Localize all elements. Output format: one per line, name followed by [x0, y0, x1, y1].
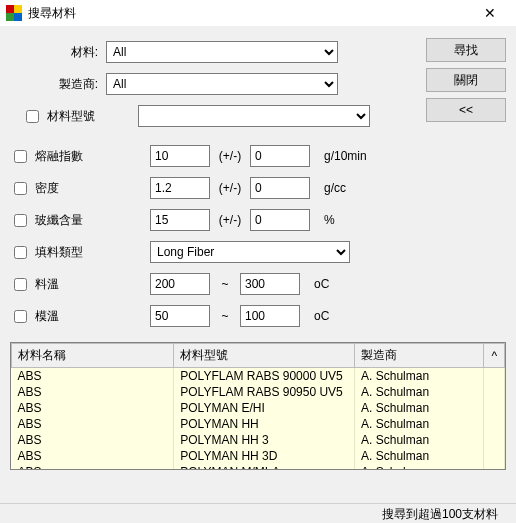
- results-table-scroll[interactable]: 材料名稱 材料型號 製造商 ^ ABSPOLYFLAM RABS 90000 U…: [11, 343, 505, 469]
- density-pm-input[interactable]: [250, 177, 310, 199]
- button-column: 尋找 關閉 <<: [426, 38, 506, 134]
- col-model[interactable]: 材料型號: [174, 344, 355, 368]
- cell-mfr: A. Schulman: [355, 464, 484, 469]
- mold-temp-label: 模溫: [35, 308, 59, 325]
- model-checkbox[interactable]: [26, 110, 39, 123]
- cell-mfr: A. Schulman: [355, 400, 484, 416]
- glass-content-unit: %: [324, 213, 335, 227]
- titlebar: 搜尋材料 ✕: [0, 0, 516, 26]
- close-icon[interactable]: ✕: [470, 5, 510, 21]
- glass-content-checkbox[interactable]: [14, 214, 27, 227]
- pm-label-3: (+/-): [210, 213, 250, 227]
- melt-index-pm-input[interactable]: [250, 145, 310, 167]
- table-row[interactable]: ABSPOLYMAN HH 3A. Schulman: [12, 432, 505, 448]
- pm-label: (+/-): [210, 149, 250, 163]
- model-select[interactable]: [138, 105, 370, 127]
- filler-type-checkbox[interactable]: [14, 246, 27, 259]
- cell-empty: [484, 416, 505, 432]
- results-table-wrap: 材料名稱 材料型號 製造商 ^ ABSPOLYFLAM RABS 90000 U…: [10, 342, 506, 470]
- density-checkbox[interactable]: [14, 182, 27, 195]
- melt-index-checkbox[interactable]: [14, 150, 27, 163]
- svg-rect-0: [6, 5, 14, 13]
- cell-empty: [484, 432, 505, 448]
- svg-rect-3: [14, 5, 22, 13]
- cell-model: POLYMAN M/MI-A: [174, 464, 355, 469]
- tilde-1: ~: [210, 277, 240, 291]
- status-text: 搜尋到超過100支材料: [382, 507, 498, 521]
- table-row[interactable]: ABSPOLYMAN M/MI-AA. Schulman: [12, 464, 505, 469]
- mold-temp-checkbox[interactable]: [14, 310, 27, 323]
- melt-temp-lo-input[interactable]: [150, 273, 210, 295]
- glass-content-label: 玻纖含量: [35, 212, 83, 229]
- cell-empty: [484, 464, 505, 469]
- cell-model: POLYFLAM RABS 90950 UV5: [174, 384, 355, 400]
- col-name[interactable]: 材料名稱: [12, 344, 174, 368]
- mold-temp-lo-input[interactable]: [150, 305, 210, 327]
- cell-model: POLYMAN E/HI: [174, 400, 355, 416]
- cell-empty: [484, 384, 505, 400]
- svg-rect-2: [6, 13, 14, 21]
- melt-temp-unit: oC: [314, 277, 329, 291]
- mold-temp-unit: oC: [314, 309, 329, 323]
- cell-name: ABS: [12, 464, 174, 469]
- table-row[interactable]: ABSPOLYFLAM RABS 90950 UV5A. Schulman: [12, 384, 505, 400]
- manufacturer-select[interactable]: All: [106, 73, 338, 95]
- filler-type-label: 填料類型: [35, 244, 83, 261]
- table-row[interactable]: ABSPOLYMAN E/HIA. Schulman: [12, 400, 505, 416]
- table-header-row: 材料名稱 材料型號 製造商 ^: [12, 344, 505, 368]
- cell-name: ABS: [12, 448, 174, 464]
- density-input[interactable]: [150, 177, 210, 199]
- cell-mfr: A. Schulman: [355, 384, 484, 400]
- cell-name: ABS: [12, 432, 174, 448]
- app-icon: [6, 5, 22, 21]
- cell-mfr: A. Schulman: [355, 448, 484, 464]
- melt-index-unit: g/10min: [324, 149, 367, 163]
- density-label: 密度: [35, 180, 59, 197]
- cell-mfr: A. Schulman: [355, 432, 484, 448]
- cell-model: POLYMAN HH 3: [174, 432, 355, 448]
- melt-temp-label: 料溫: [35, 276, 59, 293]
- density-unit: g/cc: [324, 181, 346, 195]
- melt-index-input[interactable]: [150, 145, 210, 167]
- material-select[interactable]: All: [106, 41, 338, 63]
- model-label: 材料型號: [47, 108, 95, 125]
- cell-name: ABS: [12, 384, 174, 400]
- col-up-arrow[interactable]: ^: [484, 344, 505, 368]
- cell-empty: [484, 448, 505, 464]
- cell-mfr: A. Schulman: [355, 416, 484, 432]
- glass-content-pm-input[interactable]: [250, 209, 310, 231]
- material-label: 材料:: [10, 44, 106, 61]
- table-body: ABSPOLYFLAM RABS 90000 UV5A. SchulmanABS…: [12, 368, 505, 470]
- content-area: 材料: All 製造商: All 材料型號: [0, 26, 516, 503]
- cell-name: ABS: [12, 368, 174, 385]
- melt-temp-hi-input[interactable]: [240, 273, 300, 295]
- cell-empty: [484, 368, 505, 385]
- cell-empty: [484, 400, 505, 416]
- melt-temp-checkbox[interactable]: [14, 278, 27, 291]
- table-row[interactable]: ABSPOLYMAN HHA. Schulman: [12, 416, 505, 432]
- cell-model: POLYMAN HH 3D: [174, 448, 355, 464]
- status-bar: 搜尋到超過100支材料: [0, 503, 516, 523]
- cell-mfr: A. Schulman: [355, 368, 484, 385]
- cell-name: ABS: [12, 400, 174, 416]
- close-button[interactable]: 關閉: [426, 68, 506, 92]
- window-title: 搜尋材料: [28, 5, 470, 22]
- search-material-window: 搜尋材料 ✕ 材料: All 製造商: All: [0, 0, 516, 523]
- tilde-2: ~: [210, 309, 240, 323]
- filler-type-select[interactable]: Long Fiber: [150, 241, 350, 263]
- glass-content-input[interactable]: [150, 209, 210, 231]
- table-row[interactable]: ABSPOLYMAN HH 3DA. Schulman: [12, 448, 505, 464]
- melt-index-label: 熔融指數: [35, 148, 83, 165]
- cell-model: POLYFLAM RABS 90000 UV5: [174, 368, 355, 385]
- col-mfr[interactable]: 製造商: [355, 344, 484, 368]
- find-button[interactable]: 尋找: [426, 38, 506, 62]
- table-row[interactable]: ABSPOLYFLAM RABS 90000 UV5A. Schulman: [12, 368, 505, 385]
- pm-label-2: (+/-): [210, 181, 250, 195]
- cell-model: POLYMAN HH: [174, 416, 355, 432]
- manufacturer-label: 製造商:: [10, 76, 106, 93]
- form-area: 材料: All 製造商: All 材料型號: [10, 38, 416, 134]
- cell-name: ABS: [12, 416, 174, 432]
- collapse-button[interactable]: <<: [426, 98, 506, 122]
- svg-rect-1: [14, 13, 22, 21]
- mold-temp-hi-input[interactable]: [240, 305, 300, 327]
